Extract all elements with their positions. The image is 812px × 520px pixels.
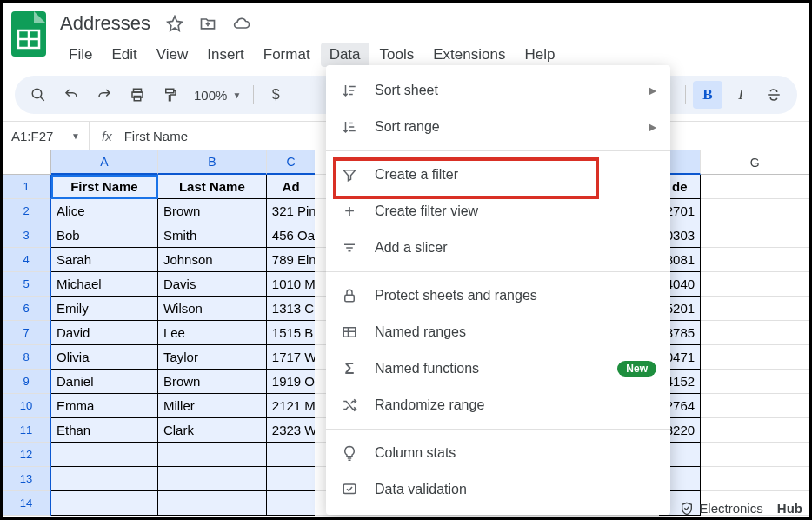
cell[interactable]: Ethan xyxy=(51,418,158,443)
paint-format-icon[interactable] xyxy=(156,81,185,109)
cell[interactable]: Miller xyxy=(158,394,267,418)
menu-sort-range[interactable]: Sort range ▶ xyxy=(326,109,670,145)
row-header[interactable]: 7 xyxy=(3,321,51,345)
menu-format[interactable]: Format xyxy=(255,43,319,67)
cell[interactable] xyxy=(51,491,158,516)
bold-button[interactable]: B xyxy=(693,81,722,109)
cell[interactable]: Daniel xyxy=(51,370,158,394)
cell[interactable]: 1919 O xyxy=(267,370,316,394)
cell[interactable]: Davis xyxy=(158,272,267,297)
cell[interactable]: Emily xyxy=(51,297,158,321)
formula-input[interactable]: First Name xyxy=(124,129,188,143)
sheets-logo[interactable] xyxy=(10,10,48,58)
cell[interactable]: Lee xyxy=(158,321,267,345)
cell[interactable]: 2323 W xyxy=(267,418,316,443)
cell[interactable] xyxy=(701,199,809,223)
menu-randomize-range[interactable]: Randomize range xyxy=(326,387,670,423)
cell[interactable]: 1010 M xyxy=(267,272,316,297)
select-all-corner[interactable] xyxy=(3,150,51,175)
cell[interactable]: Emma xyxy=(51,394,158,418)
cell[interactable] xyxy=(701,297,809,321)
row-header[interactable]: 4 xyxy=(3,248,51,272)
col-header[interactable]: C xyxy=(267,150,315,175)
row-header[interactable]: 9 xyxy=(3,370,51,394)
menu-tools[interactable]: Tools xyxy=(371,43,423,67)
row-header[interactable]: 1 xyxy=(3,175,51,199)
menu-data[interactable]: Data xyxy=(321,43,369,67)
strikethrough-button[interactable] xyxy=(759,81,789,109)
cell[interactable]: 2121 M xyxy=(267,394,316,418)
cell[interactable] xyxy=(701,175,809,199)
cell[interactable]: Alice xyxy=(51,199,158,223)
cell[interactable] xyxy=(701,394,809,418)
col-header[interactable]: B xyxy=(158,150,267,175)
cell[interactable] xyxy=(701,272,809,297)
document-title[interactable]: Addresses xyxy=(60,12,150,35)
cell[interactable]: 789 Eln xyxy=(267,248,316,272)
cell[interactable]: Wilson xyxy=(158,297,267,321)
cloud-icon[interactable] xyxy=(232,15,251,32)
cell[interactable] xyxy=(701,443,809,467)
menu-create-filter-view[interactable]: + Create filter view xyxy=(326,193,670,230)
cell[interactable]: First Name xyxy=(51,175,158,199)
cell[interactable] xyxy=(267,467,316,491)
cell[interactable] xyxy=(701,321,809,345)
name-box[interactable]: A1:F27 ▼ xyxy=(3,122,90,150)
search-icon[interactable] xyxy=(23,81,53,109)
col-header[interactable]: A xyxy=(51,150,158,175)
row-header[interactable]: 10 xyxy=(3,394,51,418)
cell[interactable] xyxy=(267,443,316,467)
row-header[interactable]: 3 xyxy=(3,223,51,248)
cell[interactable]: 321 Pin xyxy=(267,199,316,223)
cell[interactable] xyxy=(701,248,809,272)
cell[interactable] xyxy=(158,467,267,491)
cell[interactable]: Olivia xyxy=(51,345,158,370)
cell[interactable]: 1515 B xyxy=(267,321,316,345)
cell[interactable] xyxy=(701,223,809,248)
cell[interactable] xyxy=(51,467,158,491)
menu-named-ranges[interactable]: Named ranges xyxy=(326,314,670,350)
cell[interactable] xyxy=(51,443,158,467)
cell[interactable] xyxy=(158,443,267,467)
undo-icon[interactable] xyxy=(57,81,86,109)
menu-data-validation[interactable]: Data validation xyxy=(326,471,670,508)
cell[interactable] xyxy=(158,491,267,516)
cell[interactable]: Clark xyxy=(158,418,267,443)
cell[interactable]: Taylor xyxy=(158,345,267,370)
menu-edit[interactable]: Edit xyxy=(103,43,145,67)
zoom-select[interactable]: 100% ▼ xyxy=(189,88,246,103)
cell[interactable]: Last Name xyxy=(158,175,267,199)
cell[interactable]: Brown xyxy=(158,370,267,394)
menu-file[interactable]: File xyxy=(60,43,101,67)
cell[interactable]: Bob xyxy=(51,223,158,248)
star-icon[interactable] xyxy=(166,15,183,32)
col-header[interactable]: G xyxy=(701,150,809,175)
cell[interactable] xyxy=(267,491,316,516)
cell[interactable] xyxy=(701,370,809,394)
italic-button[interactable]: I xyxy=(726,81,755,109)
menu-named-functions[interactable]: Σ Named functions New xyxy=(326,350,670,387)
menu-sort-sheet[interactable]: Sort sheet ▶ xyxy=(326,72,670,109)
cell[interactable]: Ad xyxy=(267,175,316,199)
cell[interactable]: 1313 C xyxy=(267,297,316,321)
row-header[interactable]: 6 xyxy=(3,297,51,321)
print-icon[interactable] xyxy=(123,81,152,109)
menu-create-filter[interactable]: Create a filter xyxy=(326,157,670,193)
cell[interactable]: Johnson xyxy=(158,248,267,272)
menu-help[interactable]: Help xyxy=(516,43,563,67)
row-header[interactable]: 11 xyxy=(3,418,51,443)
menu-protect-sheets[interactable]: Protect sheets and ranges xyxy=(326,277,670,314)
menu-view[interactable]: View xyxy=(148,43,197,67)
currency-button[interactable]: $ xyxy=(261,81,290,109)
cell[interactable]: David xyxy=(51,321,158,345)
cell[interactable]: 456 Oa xyxy=(267,223,316,248)
cell[interactable] xyxy=(701,418,809,443)
menu-extensions[interactable]: Extensions xyxy=(424,43,514,67)
redo-icon[interactable] xyxy=(90,81,119,109)
cell[interactable]: 1717 W xyxy=(267,345,316,370)
menu-add-slicer[interactable]: Add a slicer xyxy=(326,230,670,266)
menu-insert[interactable]: Insert xyxy=(198,43,253,67)
row-header[interactable]: 5 xyxy=(3,272,51,297)
menu-column-stats[interactable]: Column stats xyxy=(326,435,670,471)
row-header[interactable]: 13 xyxy=(3,467,51,491)
